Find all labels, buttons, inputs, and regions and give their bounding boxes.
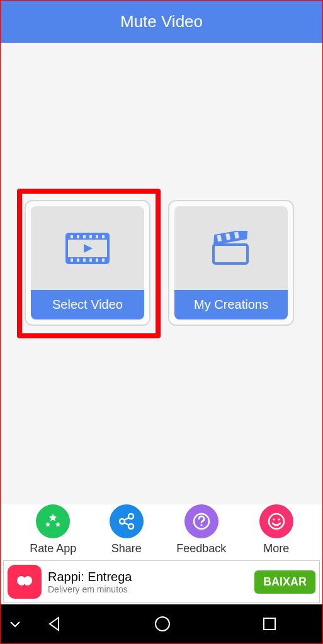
svg-rect-13 <box>96 258 98 262</box>
video-play-icon <box>65 233 110 264</box>
stars-icon <box>43 512 62 531</box>
card-icon-area <box>31 206 144 290</box>
svg-rect-4 <box>77 235 79 238</box>
svg-rect-8 <box>102 235 105 238</box>
question-icon <box>192 512 211 531</box>
ad-subtitle: Delivery em minutos <box>48 584 248 594</box>
more-label: More <box>263 542 289 555</box>
chevron-down-icon[interactable] <box>8 617 22 631</box>
feedback-label: Feedback <box>176 542 226 555</box>
ad-text: Rappi: Entrega Delivery em minutos <box>48 570 248 594</box>
svg-point-28 <box>278 519 280 521</box>
share-icon-circle <box>110 504 144 538</box>
svg-rect-15 <box>213 245 247 264</box>
select-video-card[interactable]: Select Video <box>25 200 150 326</box>
svg-point-29 <box>156 617 169 631</box>
my-creations-card[interactable]: My Creations <box>168 200 294 326</box>
card-icon-area <box>174 206 288 290</box>
svg-rect-9 <box>71 258 73 262</box>
ad-install-button[interactable]: BAIXAR <box>254 570 315 594</box>
app-title: Mute Video <box>120 12 203 31</box>
svg-rect-11 <box>83 258 86 262</box>
card-row: Select Video My Creations <box>25 200 294 326</box>
nav-back-icon[interactable] <box>46 615 64 633</box>
share-icon <box>117 512 136 531</box>
more-icon-circle <box>259 504 293 538</box>
nav-home-icon[interactable] <box>154 615 171 633</box>
more-button[interactable]: More <box>259 504 293 555</box>
feedback-icon-circle <box>184 504 218 538</box>
ad-app-icon <box>8 565 42 599</box>
clapperboard-icon <box>211 231 251 266</box>
rate-label: Rate App <box>30 542 76 555</box>
share-label: Share <box>111 542 142 555</box>
svg-rect-12 <box>89 258 92 262</box>
nav-recent-icon[interactable] <box>262 616 277 631</box>
svg-line-22 <box>124 518 129 520</box>
main-content: Select Video My Creations <box>1 43 322 504</box>
svg-rect-3 <box>71 235 73 238</box>
svg-rect-7 <box>96 235 98 238</box>
moustache-icon <box>12 574 37 589</box>
app-header: Mute Video <box>1 1 322 43</box>
ad-title: Rappi: Entrega <box>48 570 248 584</box>
svg-rect-10 <box>77 258 79 262</box>
bottom-row: Rate App Share Feedback <box>1 504 322 559</box>
svg-rect-30 <box>264 618 275 630</box>
svg-line-23 <box>124 523 129 525</box>
feedback-button[interactable]: Feedback <box>176 504 226 555</box>
share-button[interactable]: Share <box>110 504 144 555</box>
svg-point-26 <box>269 514 284 529</box>
rate-icon-circle <box>36 504 70 538</box>
svg-rect-6 <box>89 235 92 238</box>
select-video-label: Select Video <box>31 290 144 319</box>
svg-point-25 <box>200 525 202 526</box>
svg-rect-14 <box>102 258 105 262</box>
android-navbar <box>1 604 322 643</box>
svg-rect-5 <box>83 235 86 238</box>
ad-banner[interactable]: Rappi: Entrega Delivery em minutos BAIXA… <box>3 560 320 603</box>
smiley-icon <box>267 512 286 531</box>
my-creations-label: My Creations <box>174 290 288 319</box>
svg-point-27 <box>273 519 275 521</box>
rate-app-button[interactable]: Rate App <box>30 504 76 555</box>
